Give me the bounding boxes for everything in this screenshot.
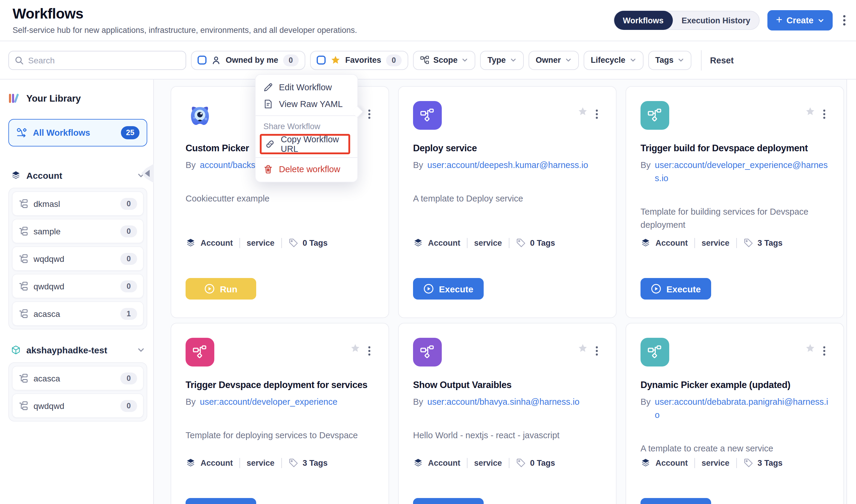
scrollbar-gutter [846, 79, 856, 504]
owner-dropdown[interactable]: Owner [529, 51, 579, 70]
execute-button[interactable]: Execute [413, 498, 484, 504]
star-icon [330, 55, 341, 65]
owner-link[interactable]: user:account/bhavya.sinha@harness.io [427, 396, 579, 409]
workflow-card-trigger-build[interactable]: Trigger build for Devspace deployment By… [626, 86, 844, 318]
workflow-tree-icon [19, 373, 28, 383]
divider [256, 115, 357, 116]
hierarchy-icon [420, 56, 429, 65]
owner-link[interactable]: user:account/deepesh.kumar@harness.io [427, 159, 588, 172]
run-button[interactable]: Run [186, 278, 256, 300]
tags-count: 3 Tags [303, 458, 328, 468]
owner-link[interactable]: account/backs [200, 159, 255, 172]
card-menu-icon[interactable] [821, 108, 827, 120]
type-dropdown[interactable]: Type [480, 51, 524, 70]
sidebar-item-qwdqwd[interactable]: qwdqwd 0 [12, 274, 144, 298]
view-toggle: Workflows Execution History [613, 11, 760, 30]
account-scope-group: dkmasl 0 sample 0 wqdqwd 0 qwdqwd 0 [8, 188, 147, 329]
reset-filters-button[interactable]: Reset [710, 55, 734, 65]
divider [695, 458, 695, 468]
library-sidebar: Your Library All Workflows 25 Account [0, 79, 154, 504]
menu-item-copy-workflow-url[interactable]: Copy Workflow URL [261, 136, 348, 152]
workflow-card-deploy-service[interactable]: Deploy service By user:account/deepesh.k… [398, 86, 617, 318]
sidebar-item-acasca-2[interactable]: acasca 0 [12, 366, 144, 391]
checkbox-icon[interactable] [316, 56, 326, 65]
card-description: Template for deploying services to Devsp… [186, 429, 374, 442]
favorite-star-icon[interactable] [578, 343, 588, 353]
search-input[interactable] [8, 51, 186, 70]
scope-dropdown[interactable]: Scope [413, 51, 476, 70]
divider [509, 238, 509, 248]
execute-button[interactable]: Execute [640, 278, 711, 300]
card-menu-icon[interactable] [366, 108, 372, 120]
count-badge: 0 [120, 280, 137, 292]
menu-item-view-raw-yaml[interactable]: View Raw YAML [256, 96, 357, 112]
layers-icon [186, 458, 196, 468]
card-description: Template for building services for Devsp… [640, 205, 829, 232]
library-title: Your Library [26, 93, 81, 104]
favorite-star-icon[interactable] [578, 106, 588, 116]
sidebar-item-wqdqwd[interactable]: wqdqwd 0 [12, 246, 144, 271]
library-header: Your Library [8, 92, 147, 105]
count-badge: 0 [120, 198, 137, 210]
tab-execution-history[interactable]: Execution History [672, 11, 759, 30]
layers-icon [413, 238, 423, 248]
card-menu-icon[interactable] [594, 345, 600, 357]
sidebar-item-all-workflows[interactable]: All Workflows 25 [8, 119, 147, 146]
card-description: Cookiecutter example [186, 192, 374, 205]
create-button[interactable]: + Create [768, 10, 833, 31]
sidebar-item-acasca[interactable]: acasca 1 [12, 301, 144, 326]
plus-icon: + [776, 14, 782, 25]
divider [467, 458, 467, 468]
lifecycle-dropdown[interactable]: Lifecycle [584, 51, 644, 70]
card-menu-icon[interactable] [594, 108, 600, 120]
owner-link[interactable]: user:account/debabrata.panigrahi@harness… [655, 396, 829, 422]
favorites-filter[interactable]: Favorites 0 [310, 51, 408, 70]
execute-button[interactable]: Execute [640, 498, 711, 504]
owned-by-me-filter[interactable]: Owned by me 0 [191, 51, 305, 70]
owner-link[interactable]: user:account/developer_experience@harnes… [655, 159, 829, 185]
card-menu-icon[interactable] [821, 345, 827, 357]
workflow-type-icon [186, 338, 214, 366]
workflow-type-icon [640, 101, 669, 130]
card-byline: By user:account/developer_experience [186, 396, 374, 409]
workflow-card-dynamic-picker[interactable]: Dynamic Picker example (updated) By user… [626, 323, 844, 504]
sidebar-section-akshayphadke-test[interactable]: akshayphadke-test [8, 345, 147, 355]
trash-icon [263, 164, 273, 174]
play-icon [651, 283, 662, 294]
tags-count: 0 Tags [530, 238, 555, 248]
workflow-card-show-output[interactable]: Show Output Varaibles By user:account/bh… [398, 323, 617, 504]
tag-icon [288, 458, 298, 468]
tag-icon [743, 458, 753, 468]
sidebar-section-account[interactable]: Account [8, 170, 147, 181]
card-description: A template to Deploy service [413, 192, 602, 205]
favorites-count-badge: 0 [386, 54, 402, 66]
tags-count: 3 Tags [757, 238, 783, 248]
divider [509, 458, 509, 468]
favorite-star-icon[interactable] [805, 343, 815, 353]
checkbox-icon[interactable] [198, 56, 206, 65]
favorite-star-icon[interactable] [350, 343, 360, 353]
tag-icon [516, 458, 526, 468]
header-menu-icon[interactable] [840, 14, 848, 27]
menu-item-delete-workflow[interactable]: Delete workflow [256, 161, 357, 178]
card-meta: Account service 0 Tags [413, 238, 604, 248]
execute-button[interactable]: Execute [413, 278, 484, 300]
document-icon [263, 99, 273, 109]
workflow-card-trigger-devspace[interactable]: Trigger Devspace deployment for services… [171, 323, 389, 504]
project-scope-group: acasca 0 qwdqwd 0 [8, 362, 147, 421]
owner-link[interactable]: user:account/developer_experience [200, 396, 337, 409]
tags-dropdown[interactable]: Tags [648, 51, 691, 70]
execute-button[interactable]: Execute [186, 498, 256, 504]
chevron-down-icon [818, 17, 824, 24]
owned-count-badge: 0 [283, 54, 299, 66]
menu-item-edit-workflow[interactable]: Edit Workflow [256, 79, 357, 96]
workflow-tree-icon [19, 309, 28, 318]
tab-workflows[interactable]: Workflows [614, 11, 672, 30]
workflow-tree-icon [19, 401, 28, 411]
card-menu-icon[interactable] [366, 345, 372, 357]
sidebar-item-sample[interactable]: sample 0 [12, 219, 144, 243]
sidebar-item-dkmasl[interactable]: dkmasl 0 [12, 191, 144, 216]
favorite-star-icon[interactable] [805, 106, 815, 116]
header-actions: Workflows Execution History + Create [613, 10, 848, 31]
sidebar-item-qwdqwd-2[interactable]: qwdqwd 0 [12, 393, 144, 418]
